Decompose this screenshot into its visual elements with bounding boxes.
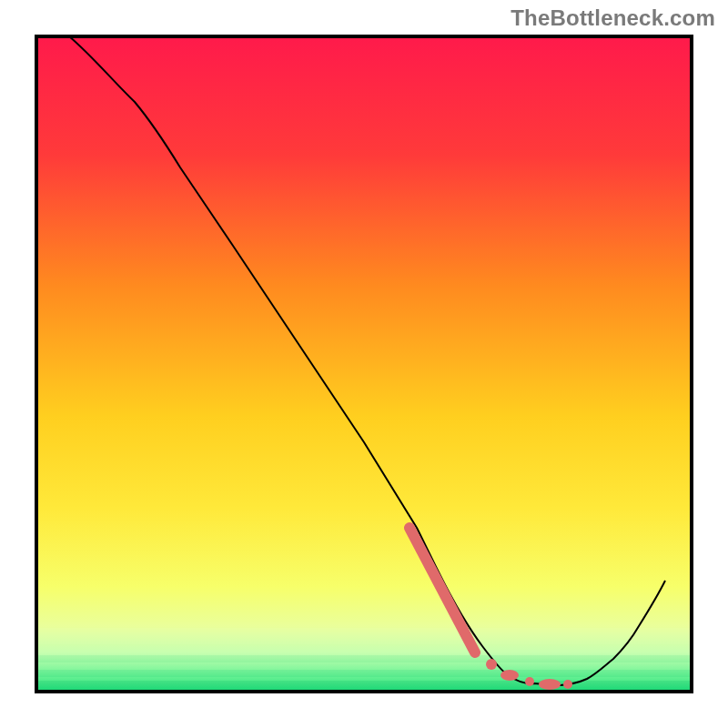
chart-svg <box>0 0 728 728</box>
svg-rect-0 <box>36 628 692 637</box>
svg-point-7 <box>525 677 534 686</box>
svg-point-9 <box>563 680 572 689</box>
svg-rect-2 <box>36 655 692 662</box>
svg-point-5 <box>486 659 497 670</box>
plot-background <box>36 36 692 692</box>
svg-point-8 <box>539 679 561 690</box>
chart-container: TheBottleneck.com <box>0 0 728 728</box>
bottom-banding <box>36 628 692 692</box>
svg-rect-1 <box>36 637 692 644</box>
watermark-text: TheBottleneck.com <box>511 5 715 31</box>
svg-point-6 <box>500 670 519 681</box>
